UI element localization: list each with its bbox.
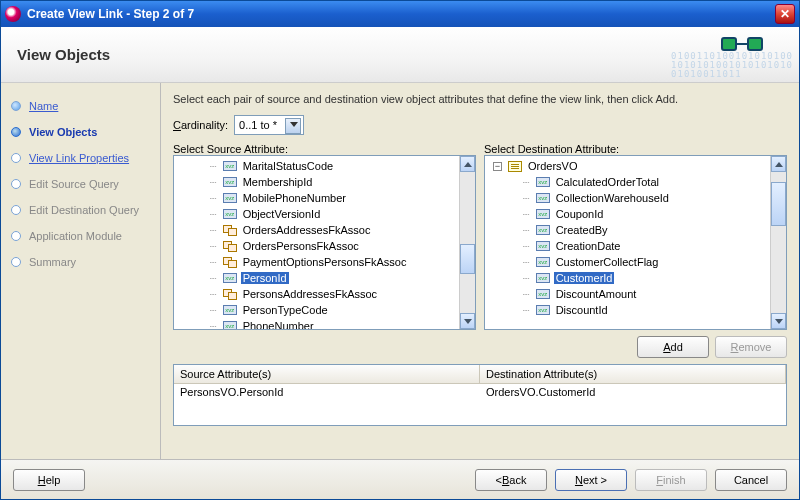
cancel-button[interactable]: Cancel [715, 469, 787, 491]
wizard-step: View Objects [11, 121, 156, 143]
cell-destination: OrdersVO.CustomerId [480, 384, 786, 400]
scroll-up-icon[interactable] [460, 156, 475, 172]
step-label: Application Module [29, 230, 122, 242]
attribute-icon: xvz [223, 321, 237, 329]
tree-node[interactable]: ┈xvzPhoneNumber [210, 318, 475, 329]
wizard-step: Application Module [11, 225, 156, 247]
step-dot-icon [11, 153, 21, 163]
tree-node[interactable]: ┈xvzCalculatedOrderTotal [523, 174, 786, 190]
scroll-thumb[interactable] [460, 244, 475, 274]
attribute-icon: xvz [223, 177, 237, 187]
step-dot-icon [11, 127, 21, 137]
tree-node[interactable]: ┈xvzDiscountId [523, 302, 786, 318]
step-sidebar: NameView ObjectsView Link PropertiesEdit… [1, 83, 161, 459]
tree-node[interactable]: ┈xvzCustomerCollectFlag [523, 254, 786, 270]
step-label: Edit Destination Query [29, 204, 139, 216]
tree-node[interactable]: ┈xvzMaritalStatusCode [210, 158, 475, 174]
step-dot-icon [11, 205, 21, 215]
column-source[interactable]: Source Attribute(s) [174, 365, 480, 383]
add-button[interactable]: Add [637, 336, 709, 358]
step-dot-icon [11, 231, 21, 241]
association-icon [223, 241, 237, 252]
attribute-icon: xvz [223, 209, 237, 219]
tree-node[interactable]: ┈OrdersPersonsFkAssoc [210, 238, 475, 254]
view-object-icon [508, 161, 522, 172]
step-label: Summary [29, 256, 76, 268]
tree-node[interactable]: ┈xvzCustomerId [523, 270, 786, 286]
cell-source: PersonsVO.PersonId [174, 384, 480, 400]
collapse-icon[interactable]: − [493, 162, 502, 171]
wizard-step: Edit Source Query [11, 173, 156, 195]
cardinality-value: 0..1 to * [239, 119, 277, 131]
chevron-down-icon [290, 122, 298, 127]
step-label: Name [29, 100, 58, 112]
tree-node[interactable]: ┈xvzDiscountAmount [523, 286, 786, 302]
header-art: 0100110100101010100 1010101001010101010 … [613, 31, 793, 79]
table-row[interactable]: PersonsVO.PersonIdOrdersVO.CustomerId [174, 384, 786, 400]
source-tree[interactable]: ┈xvzMaritalStatusCode┈xvzMembershipId┈xv… [173, 155, 476, 330]
wizard-footer: Help < Back Next > Finish Cancel [1, 459, 799, 499]
attribute-icon: xvz [536, 257, 550, 267]
attribute-icon: xvz [536, 241, 550, 251]
cardinality-label: Cardinality: [173, 119, 228, 131]
tree-node[interactable]: ┈PaymentOptionsPersonsFkAssoc [210, 254, 475, 270]
wizard-window: Create View Link - Step 2 of 7 ✕ View Ob… [0, 0, 800, 500]
tree-node[interactable]: ┈xvzMembershipId [210, 174, 475, 190]
tree-node[interactable]: ┈xvzCreatedBy [523, 222, 786, 238]
scroll-up-icon[interactable] [771, 156, 786, 172]
attribute-icon: xvz [536, 289, 550, 299]
attribute-icon: xvz [536, 305, 550, 315]
scrollbar[interactable] [770, 156, 786, 329]
attribute-icon: xvz [536, 225, 550, 235]
association-icon [223, 289, 237, 300]
next-button[interactable]: Next > [555, 469, 627, 491]
attribute-icon: xvz [223, 161, 237, 171]
wizard-step[interactable]: View Link Properties [11, 147, 156, 169]
scroll-thumb[interactable] [771, 182, 786, 226]
back-button[interactable]: < Back [475, 469, 547, 491]
titlebar[interactable]: Create View Link - Step 2 of 7 ✕ [1, 1, 799, 27]
tree-node[interactable]: ┈xvzObjectVersionId [210, 206, 475, 222]
scrollbar[interactable] [459, 156, 475, 329]
instruction-text: Select each pair of source and destinati… [173, 93, 787, 105]
step-label: Edit Source Query [29, 178, 119, 190]
tree-node[interactable]: ┈xvzCreationDate [523, 238, 786, 254]
tree-node[interactable]: ┈xvzPersonId [210, 270, 475, 286]
step-dot-icon [11, 179, 21, 189]
attribute-pairs-table[interactable]: Source Attribute(s) Destination Attribut… [173, 364, 787, 426]
scroll-down-icon[interactable] [460, 313, 475, 329]
help-button[interactable]: Help [13, 469, 85, 491]
tree-node[interactable]: ┈xvzMobilePhoneNumber [210, 190, 475, 206]
app-icon [5, 6, 21, 22]
attribute-icon: xvz [536, 177, 550, 187]
attribute-icon: xvz [536, 193, 550, 203]
wizard-step: Summary [11, 251, 156, 273]
attribute-icon: xvz [536, 273, 550, 283]
window-title: Create View Link - Step 2 of 7 [27, 7, 775, 21]
attribute-icon: xvz [223, 305, 237, 315]
tree-node[interactable]: ┈xvzPersonTypeCode [210, 302, 475, 318]
scroll-down-icon[interactable] [771, 313, 786, 329]
destination-label: Select Destination Attribute: [484, 143, 787, 155]
wizard-step[interactable]: Name [11, 95, 156, 117]
association-icon [223, 225, 237, 236]
wizard-step: Edit Destination Query [11, 199, 156, 221]
tree-node[interactable]: ┈OrdersAddressesFkAssoc [210, 222, 475, 238]
close-icon[interactable]: ✕ [775, 4, 795, 24]
tree-node[interactable]: ┈xvzCollectionWarehouseId [523, 190, 786, 206]
step-dot-icon [11, 257, 21, 267]
wizard-header: View Objects 0100110100101010100 1010101… [1, 27, 799, 83]
main-panel: Select each pair of source and destinati… [161, 83, 799, 459]
destination-tree[interactable]: −OrdersVO┈xvzCalculatedOrderTotal┈xvzCol… [484, 155, 787, 330]
page-title: View Objects [17, 46, 110, 63]
finish-button: Finish [635, 469, 707, 491]
tree-node-parent[interactable]: −OrdersVO [493, 158, 786, 174]
remove-button: Remove [715, 336, 787, 358]
tree-node[interactable]: ┈xvzCouponId [523, 206, 786, 222]
source-label: Select Source Attribute: [173, 143, 476, 155]
step-dot-icon [11, 101, 21, 111]
attribute-icon: xvz [536, 209, 550, 219]
column-destination[interactable]: Destination Attribute(s) [480, 365, 786, 383]
tree-node[interactable]: ┈PersonsAddressesFkAssoc [210, 286, 475, 302]
cardinality-select[interactable]: 0..1 to * [234, 115, 304, 135]
